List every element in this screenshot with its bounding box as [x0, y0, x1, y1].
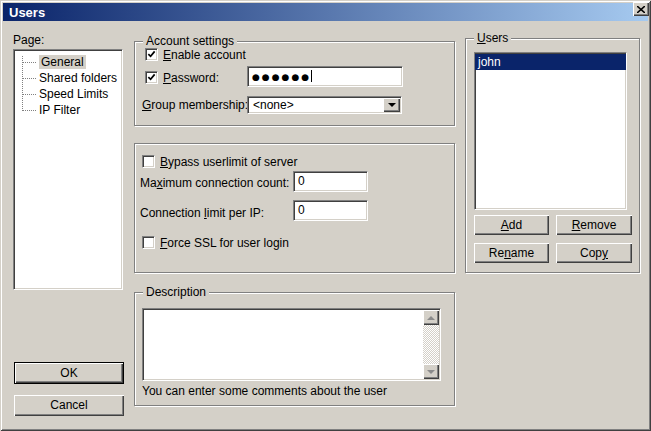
page-item-shared-folders[interactable]: Shared folders [14, 70, 122, 86]
page-item-speed-limits[interactable]: Speed Limits [14, 86, 122, 102]
window-title: Users [3, 5, 45, 20]
combobox-dropdown-button[interactable] [383, 98, 400, 112]
page-item-ip-filter[interactable]: IP Filter [14, 102, 122, 118]
check-icon [147, 50, 156, 59]
max-connection-value: 0 [298, 174, 305, 188]
cancel-button[interactable]: Cancel [14, 395, 124, 416]
ip-limit-input[interactable]: 0 [293, 200, 368, 221]
remove-button-label: Remove [572, 218, 617, 232]
ip-limit-value: 0 [298, 203, 305, 217]
users-group-title: Users [474, 31, 511, 45]
account-settings-title: Account settings [143, 34, 237, 48]
rename-button-label: Rename [489, 246, 534, 260]
group-membership-value: <none> [253, 98, 294, 112]
title-bar[interactable]: Users [3, 3, 648, 21]
rename-button[interactable]: Rename [474, 243, 549, 263]
enable-account-checkbox[interactable] [145, 48, 158, 61]
add-button[interactable]: Add [474, 215, 549, 235]
description-hint: You can enter some comments about the us… [142, 384, 387, 398]
users-list[interactable]: john [474, 52, 627, 210]
password-checkbox[interactable] [145, 71, 158, 84]
group-membership-label: Group membership: [142, 98, 248, 112]
page-item-general[interactable]: General [14, 54, 122, 70]
force-ssl-label[interactable]: Force SSL for user login [160, 236, 289, 250]
user-item-label: john [478, 55, 501, 69]
force-ssl-checkbox[interactable] [142, 236, 155, 249]
text-caret [311, 70, 312, 82]
password-input[interactable]: ●●●●●● [247, 66, 403, 87]
user-item-john[interactable]: john [475, 54, 626, 70]
bypass-userlimit-label[interactable]: Bypass userlimit of server [160, 155, 297, 169]
description-title: Description [143, 285, 209, 299]
enable-account-label[interactable]: Enable account [163, 48, 246, 62]
ok-button-label: OK [60, 366, 77, 380]
remove-button[interactable]: Remove [556, 215, 632, 235]
arrow-up-icon [427, 316, 435, 320]
close-icon [637, 6, 645, 13]
max-connection-input[interactable]: 0 [293, 171, 368, 192]
page-list[interactable]: General Shared folders Speed Limits IP F… [13, 49, 123, 290]
add-button-label: Add [501, 218, 522, 232]
users-dialog: Users Page: General Shared folders Speed… [0, 0, 651, 431]
ip-limit-label: Connection limit per IP: [140, 206, 264, 220]
bypass-userlimit-checkbox[interactable] [142, 155, 155, 168]
description-scrollbar[interactable] [423, 310, 439, 379]
password-value: ●●●●●● [252, 72, 311, 82]
password-label[interactable]: Password: [163, 71, 219, 85]
cancel-button-label: Cancel [50, 398, 87, 412]
page-item-label: Shared folders [39, 71, 117, 85]
scroll-down-button[interactable] [423, 364, 439, 379]
page-item-label: General [39, 55, 86, 69]
page-item-label: Speed Limits [39, 87, 108, 101]
chevron-down-icon [388, 103, 396, 107]
close-button[interactable] [633, 2, 649, 16]
check-icon [147, 73, 156, 82]
max-connection-label: Maximum connection count: [140, 176, 289, 190]
page-label: Page: [13, 33, 44, 47]
arrow-down-icon [427, 370, 435, 374]
page-item-label: IP Filter [39, 103, 80, 117]
copy-button-label: Copy [580, 246, 608, 260]
ok-button[interactable]: OK [14, 362, 124, 384]
description-textarea[interactable] [142, 308, 441, 381]
copy-button[interactable]: Copy [556, 243, 632, 263]
group-membership-combobox[interactable]: <none> [247, 96, 402, 114]
scroll-up-button[interactable] [423, 310, 439, 325]
